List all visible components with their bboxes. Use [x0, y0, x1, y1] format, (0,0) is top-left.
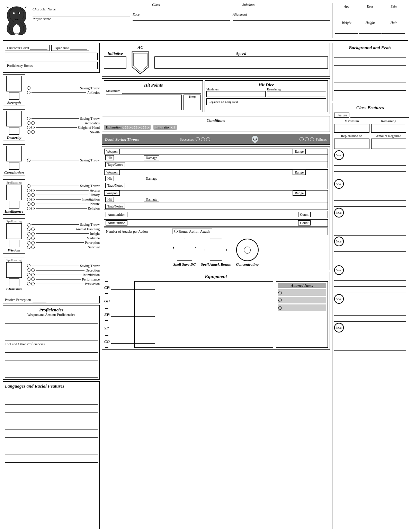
cha-persuasion-c2[interactable]	[31, 282, 35, 285]
eyes-input[interactable]	[359, 12, 382, 17]
cha-performance-c1[interactable]	[27, 277, 30, 281]
weapon2-name-input[interactable]	[121, 170, 292, 175]
charisma-score-input[interactable]	[8, 264, 21, 277]
alignment-input[interactable]	[233, 16, 330, 21]
wis-insight-c2[interactable]	[31, 232, 35, 236]
cha-persuasion-c1[interactable]	[27, 282, 30, 285]
cf-replenished-input[interactable]	[334, 139, 369, 149]
success-circle-3[interactable]	[206, 137, 210, 141]
initiative-input[interactable]	[104, 56, 126, 69]
constitution-score-input[interactable]	[8, 147, 21, 160]
int-history-c2[interactable]	[31, 193, 35, 197]
weapon1-name-input[interactable]	[121, 149, 292, 154]
int-religion-c2[interactable]	[31, 207, 35, 210]
wis-medicine-c2[interactable]	[31, 237, 35, 240]
wis-survival-c1[interactable]	[27, 246, 30, 249]
dex-stealth-circle2[interactable]	[31, 130, 35, 134]
constitution-mod-input[interactable]	[10, 163, 19, 169]
intelligence-mod-input[interactable]	[10, 202, 19, 208]
weapon3-hit-input[interactable]	[115, 197, 143, 202]
dex-acrobatics-circle2[interactable]	[31, 121, 35, 125]
inspiration-circle[interactable]	[171, 126, 175, 129]
intelligence-save-circle[interactable]	[27, 184, 30, 188]
weapon1-tags-input[interactable]	[125, 162, 327, 167]
success-circle-2[interactable]	[201, 137, 205, 141]
int-invest-c2[interactable]	[31, 198, 35, 201]
weapon3-name-input[interactable]	[121, 190, 292, 196]
int-arcana-c2[interactable]	[31, 189, 35, 192]
hd-remaining-input[interactable]	[267, 91, 326, 97]
wisdom-save-circle[interactable]	[27, 223, 30, 227]
wisdom-mod-input[interactable]	[10, 240, 19, 247]
cha-intimidation-c1[interactable]	[27, 273, 30, 276]
wis-animal-c1[interactable]	[27, 228, 30, 231]
character-level-input[interactable]	[30, 46, 47, 50]
wis-survival-c2[interactable]	[31, 246, 35, 249]
speed-input[interactable]	[154, 56, 328, 69]
wis-medicine-c1[interactable]	[27, 237, 30, 240]
class-input[interactable]	[152, 7, 240, 11]
exhaustion-circle-4[interactable]	[136, 126, 140, 129]
weight-input[interactable]	[335, 28, 358, 33]
exhaustion-circle-3[interactable]	[132, 126, 135, 129]
charisma-save-circle[interactable]	[27, 264, 30, 267]
wis-perception-c1[interactable]	[27, 241, 30, 245]
int-history-c1[interactable]	[27, 193, 30, 197]
weapon2-hit-input[interactable]	[115, 176, 143, 181]
weapon3-damage-input[interactable]	[160, 197, 327, 202]
ac-input[interactable]	[134, 26, 146, 32]
ammo1-count-input[interactable]	[312, 212, 326, 217]
passive-perception-input[interactable]	[33, 297, 46, 302]
hair-input[interactable]	[382, 28, 405, 33]
strength-score-input[interactable]	[8, 77, 21, 90]
height-input[interactable]	[359, 28, 382, 33]
wis-animal-c2[interactable]	[31, 228, 35, 231]
exhaustion-circle-2[interactable]	[127, 126, 131, 129]
exhaustion-circle-1[interactable]	[123, 126, 126, 129]
int-invest-c1[interactable]	[27, 198, 30, 201]
charisma-mod-input[interactable]	[10, 279, 19, 285]
hp-max-input[interactable]	[122, 88, 201, 94]
dex-acrobatics-circle1[interactable]	[27, 121, 30, 125]
ammo1-input[interactable]	[129, 212, 296, 217]
int-nature-c1[interactable]	[27, 202, 30, 206]
weapon1-hit-input[interactable]	[115, 155, 143, 160]
int-religion-c1[interactable]	[27, 207, 30, 210]
strength-mod-input[interactable]	[10, 93, 19, 99]
attuned-circle-2[interactable]	[278, 299, 282, 302]
player-name-input[interactable]	[33, 12, 130, 17]
weapon1-damage-input[interactable]	[160, 155, 327, 160]
success-circle-1[interactable]	[196, 137, 200, 141]
ammo2-input[interactable]	[129, 220, 296, 225]
spell-attack-bonus-input[interactable]	[209, 247, 223, 253]
strength-athletics-circle[interactable]	[27, 91, 30, 94]
int-nature-c2[interactable]	[31, 202, 35, 206]
cf-max-input[interactable]	[334, 126, 369, 131]
race-input[interactable]	[133, 16, 230, 21]
intelligence-score-input[interactable]	[8, 186, 21, 199]
dexterity-save-circle[interactable]	[27, 117, 30, 120]
weapon2-damage-input[interactable]	[160, 176, 327, 181]
skin-input[interactable]	[382, 12, 405, 17]
hp-temp-input[interactable]	[184, 98, 200, 110]
wis-perception-c2[interactable]	[31, 241, 35, 245]
failure-circle-1[interactable]	[300, 137, 304, 141]
constitution-save-circle[interactable]	[27, 159, 30, 162]
strength-save-circle[interactable]	[27, 86, 30, 90]
bonus-attack-circle[interactable]	[174, 230, 178, 233]
hd-max-input[interactable]	[206, 91, 266, 97]
character-name-input[interactable]	[33, 3, 149, 7]
proficiency-bonus-input[interactable]	[34, 63, 48, 68]
experience-input[interactable]	[70, 46, 87, 50]
cf-amount-input[interactable]	[372, 139, 406, 149]
attacks-input[interactable]	[150, 229, 170, 234]
ammo2-count-input[interactable]	[312, 220, 326, 225]
weapon1-range-input[interactable]	[307, 149, 328, 154]
dex-sleight-circle1[interactable]	[27, 126, 30, 129]
weapon2-range-input[interactable]	[307, 170, 328, 175]
exhaustion-circle-6[interactable]	[145, 126, 149, 129]
hp-current-input[interactable]	[106, 95, 181, 110]
weapon2-tags-input[interactable]	[125, 183, 327, 188]
cf-feature-input[interactable]	[350, 112, 409, 118]
cha-deception-c1[interactable]	[27, 268, 30, 272]
